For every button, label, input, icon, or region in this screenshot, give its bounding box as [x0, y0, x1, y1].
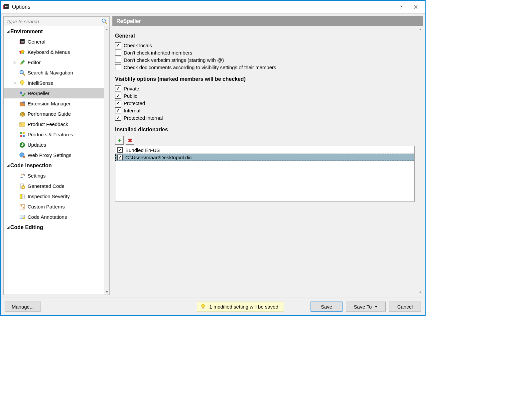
tree-item-editor[interactable]: ▷Editor: [4, 57, 104, 67]
tree-item-updates[interactable]: Updates: [4, 140, 104, 150]
checkbox[interactable]: [115, 85, 121, 91]
svg-point-17: [21, 112, 25, 116]
save-to-button[interactable]: Save To ▼: [346, 302, 386, 312]
manage-button[interactable]: Manage...: [5, 302, 41, 312]
scroll-up-icon[interactable]: ▴: [104, 26, 109, 32]
tree-item-ci-settings[interactable]: Settings: [4, 171, 104, 181]
dictionary-list[interactable]: Bundled En-USC:\Users\maart\Desktop\nl.d…: [115, 146, 415, 202]
scroll-down-icon[interactable]: ▾: [104, 289, 109, 295]
tree-item-label: ReSpeller: [28, 90, 50, 96]
bulb-icon: [200, 304, 206, 309]
tree-item-label: Updates: [28, 142, 46, 148]
svg-rect-31: [20, 194, 22, 199]
svg-rect-32: [22, 195, 25, 198]
svg-rect-12: [22, 84, 23, 85]
titlebar: R# Options ?: [1, 1, 425, 13]
option-internal[interactable]: Internal: [115, 107, 415, 113]
remove-dictionary-button[interactable]: ✖: [126, 136, 134, 145]
tree-item-perf-guide[interactable]: Performance Guide: [4, 109, 104, 119]
tree-group-code-inspection[interactable]: ◢Code Inspection: [4, 160, 104, 171]
tree-item-gen-code[interactable]: Generated Code: [4, 181, 104, 191]
tree-item-annotations[interactable]: Code Annotations: [4, 212, 104, 222]
tree-item-intellisense[interactable]: ▷IntelliSense: [4, 78, 104, 88]
content-area: ◢EnvironmentR#GeneralKeyboard & Menus▷Ed…: [1, 13, 425, 298]
envelope-icon: [19, 121, 26, 128]
checkbox[interactable]: [115, 64, 121, 70]
search-box[interactable]: [3, 16, 110, 26]
left-panel: ◢EnvironmentR#GeneralKeyboard & Menus▷Ed…: [1, 14, 111, 298]
tree-group-label: Environment: [10, 29, 43, 35]
save-button[interactable]: Save: [311, 302, 342, 312]
option-private[interactable]: Private: [115, 85, 415, 91]
checkbox[interactable]: [115, 115, 121, 121]
status-text: 1 modified setting will be saved: [209, 304, 278, 310]
svg-rect-21: [23, 132, 25, 134]
scroll-down-icon[interactable]: ▾: [417, 289, 423, 295]
checkbox[interactable]: [117, 147, 123, 153]
checkbox[interactable]: [115, 50, 121, 56]
checkbox[interactable]: [115, 100, 121, 106]
svg-point-16: [23, 101, 25, 103]
tree-group-label: Code Editing: [10, 224, 43, 230]
option-prot-int[interactable]: Protected internal: [115, 115, 415, 121]
dictionary-path: C:\Users\maart\Desktop\nl.dic: [125, 155, 192, 160]
dictionary-item[interactable]: Bundled En-US: [115, 146, 414, 154]
swatch-icon: [19, 49, 26, 56]
svg-point-10: [20, 70, 23, 74]
tree-group-code-editing[interactable]: ◢Code Editing: [4, 222, 104, 232]
svg-rect-23: [23, 135, 25, 137]
tree-item-products[interactable]: Products & Features: [4, 129, 104, 140]
help-button[interactable]: ?: [394, 2, 408, 12]
add-dictionary-button[interactable]: ＋: [115, 136, 124, 145]
tree-item-keyboard[interactable]: Keyboard & Menus: [4, 47, 104, 57]
option-label: Private: [124, 86, 139, 91]
snail-icon: [19, 111, 26, 117]
option-check-locals[interactable]: Check locals: [115, 42, 415, 48]
option-protected[interactable]: Protected: [115, 100, 415, 106]
svg-text:R#: R#: [5, 5, 9, 8]
download-circle-icon: [19, 142, 26, 148]
section-general-title: General: [115, 33, 415, 39]
scroll-up-icon[interactable]: ▴: [417, 26, 423, 32]
scrollbar[interactable]: ▴ ▾: [104, 26, 109, 295]
option-no-inherited[interactable]: Don't check inherited members: [115, 50, 415, 56]
tree-item-patterns[interactable]: Custom Patterns: [4, 201, 104, 212]
save-to-label: Save To: [354, 304, 372, 310]
tree-item-proxy[interactable]: Web Proxy Settings: [4, 150, 104, 160]
spellcheck-icon: A: [19, 90, 26, 97]
svg-rect-9: [21, 50, 24, 53]
dictionary-item[interactable]: C:\Users\maart\Desktop\nl.dic: [115, 154, 414, 161]
person-wrench-icon: [19, 173, 26, 179]
right-panel: ReSpeller GeneralCheck localsDon't check…: [111, 14, 425, 298]
option-doc-comments[interactable]: Check doc comments according to visibili…: [115, 64, 415, 70]
checkbox[interactable]: [115, 57, 121, 63]
tree-item-label: Custom Patterns: [28, 204, 65, 209]
cancel-button[interactable]: Cancel: [389, 302, 421, 312]
option-no-verbatim[interactable]: Don't check verbatim strings (starting w…: [115, 57, 415, 63]
search-input[interactable]: [6, 18, 101, 25]
svg-rect-37: [23, 217, 25, 219]
close-button[interactable]: [408, 2, 423, 12]
checkbox[interactable]: [115, 42, 121, 48]
option-label: Don't check verbatim strings (starting w…: [124, 57, 224, 63]
tree-item-severity[interactable]: Inspection Severity: [4, 191, 104, 201]
option-label: Public: [124, 93, 137, 99]
svg-point-38: [201, 304, 205, 308]
status-banner: 1 modified setting will be saved: [197, 302, 284, 312]
tree-item-search-nav[interactable]: Search & Navigation: [4, 67, 104, 78]
tree-item-feedback[interactable]: Product Feedback: [4, 119, 104, 129]
scrollbar[interactable]: ▴ ▾: [417, 26, 423, 295]
option-label: Check locals: [124, 43, 152, 48]
tree-item-label: IntelliSense: [28, 80, 54, 86]
tree-item-general[interactable]: R#General: [4, 37, 104, 47]
option-public[interactable]: Public: [115, 93, 415, 99]
checkbox[interactable]: [117, 155, 123, 160]
expand-icon: ▷: [12, 60, 18, 65]
tree-group-label: Code Inspection: [10, 163, 52, 169]
tree-item-ext-mgr[interactable]: Extension Manager: [4, 98, 104, 109]
tree-item-respeller[interactable]: AReSpeller: [4, 88, 104, 98]
chevron-down-icon: ▼: [374, 305, 378, 309]
checkbox[interactable]: [115, 107, 121, 113]
checkbox[interactable]: [115, 93, 121, 99]
tree-group-environment[interactable]: ◢Environment: [4, 26, 104, 37]
